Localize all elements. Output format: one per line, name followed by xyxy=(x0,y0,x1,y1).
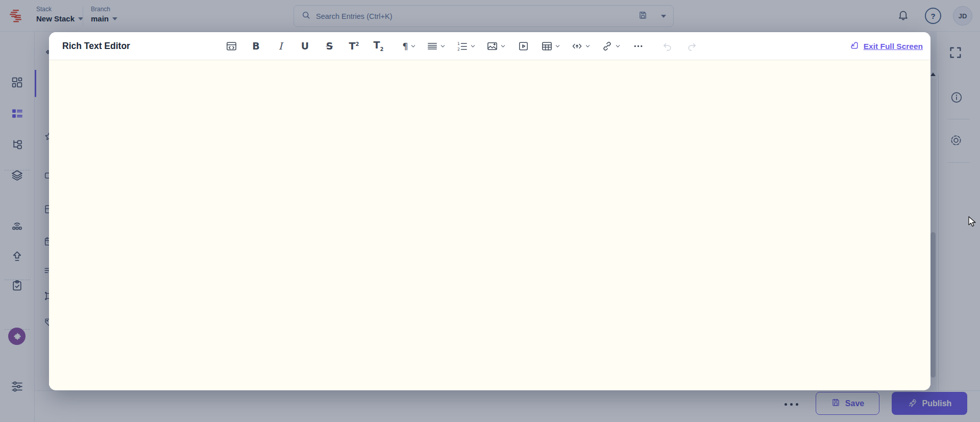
toolbar-link-button[interactable] xyxy=(601,38,621,55)
exit-label: Exit Full Screen xyxy=(864,42,923,51)
chevron-down-icon xyxy=(470,43,476,49)
toolbar-redo-button xyxy=(685,38,699,55)
subscript-icon: T2 xyxy=(374,40,384,52)
paragraph-icon: ¶ xyxy=(402,42,408,51)
toolbar-underline-button[interactable]: U xyxy=(298,38,312,55)
html-view-icon xyxy=(226,40,237,52)
toolbar-undo-button xyxy=(660,38,674,55)
embed-icon xyxy=(571,40,583,52)
toolbar-subscript-button[interactable]: T2 xyxy=(372,38,385,55)
chevron-down-icon xyxy=(500,43,506,49)
app-root: Stack New Stack Branch main Search Entri… xyxy=(0,0,980,422)
svg-text:2: 2 xyxy=(457,47,460,52)
chevron-down-icon xyxy=(555,43,560,49)
bold-icon: B xyxy=(252,41,259,51)
exit-fullscreen-icon xyxy=(849,40,860,53)
video-icon xyxy=(518,40,529,52)
underline-icon: U xyxy=(301,41,309,51)
italic-icon: I xyxy=(279,41,283,51)
toolbar-bold-button[interactable]: B xyxy=(249,38,263,55)
chevron-down-icon xyxy=(615,43,621,49)
more-icon xyxy=(632,40,644,52)
toolbar-italic-button[interactable]: I xyxy=(274,38,287,55)
link-icon xyxy=(601,40,613,52)
toolbar-html-view-button[interactable] xyxy=(225,38,238,55)
toolbar-table-button[interactable] xyxy=(541,38,560,55)
toolbar-ordered-list-button[interactable]: 12 xyxy=(456,38,476,55)
toolbar-video-button[interactable] xyxy=(517,38,530,55)
toolbar-superscript-button[interactable]: T2 xyxy=(347,38,361,55)
strikethrough-icon: S xyxy=(326,41,333,51)
svg-text:1: 1 xyxy=(457,41,460,46)
rte-modal-header: Rich Text Editor BIUST2T2¶12 Exit Full S… xyxy=(49,32,930,60)
exit-full-screen-link[interactable]: Exit Full Screen xyxy=(849,32,923,60)
chevron-down-icon xyxy=(410,43,416,49)
rte-fullscreen-modal: Rich Text Editor BIUST2T2¶12 Exit Full S… xyxy=(49,32,930,390)
redo-icon xyxy=(687,41,697,52)
table-icon xyxy=(541,40,553,52)
toolbar-strikethrough-button[interactable]: S xyxy=(323,38,336,55)
rte-content-area[interactable] xyxy=(49,60,930,390)
align-icon xyxy=(427,41,438,52)
image-icon xyxy=(486,40,498,52)
ordered-list-icon: 12 xyxy=(456,40,468,52)
undo-icon xyxy=(662,41,673,52)
toolbar-embed-button[interactable] xyxy=(571,38,591,55)
toolbar-paragraph-button[interactable]: ¶ xyxy=(402,38,416,55)
toolbar-align-button[interactable] xyxy=(427,38,446,55)
superscript-icon: T2 xyxy=(349,41,359,51)
chevron-down-icon xyxy=(585,43,591,49)
toolbar-more-button[interactable] xyxy=(631,38,645,55)
rte-toolbar: BIUST2T2¶12 xyxy=(225,32,699,60)
chevron-down-icon xyxy=(440,43,446,49)
toolbar-image-button[interactable] xyxy=(486,38,506,55)
modal-title: Rich Text Editor xyxy=(62,32,130,60)
